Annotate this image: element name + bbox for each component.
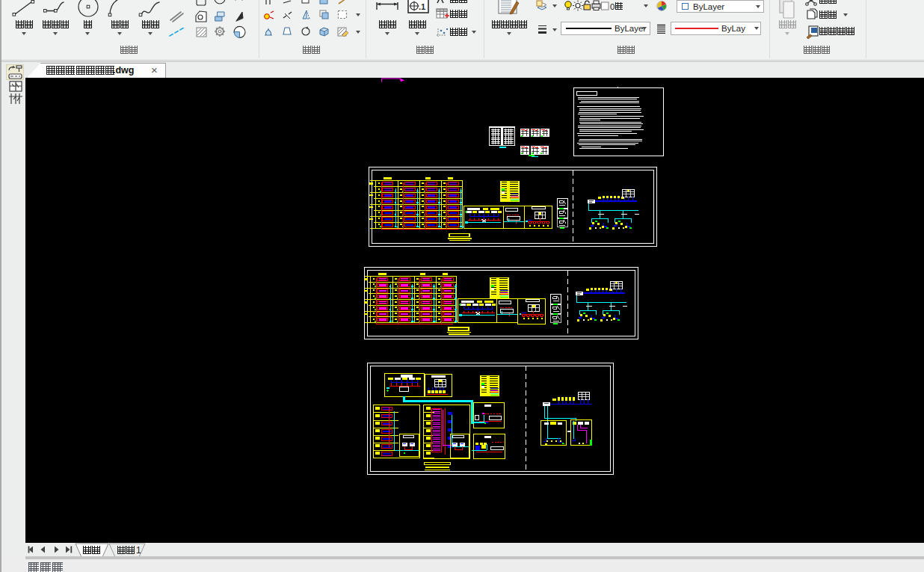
- svg-text:.1: .1: [419, 2, 425, 11]
